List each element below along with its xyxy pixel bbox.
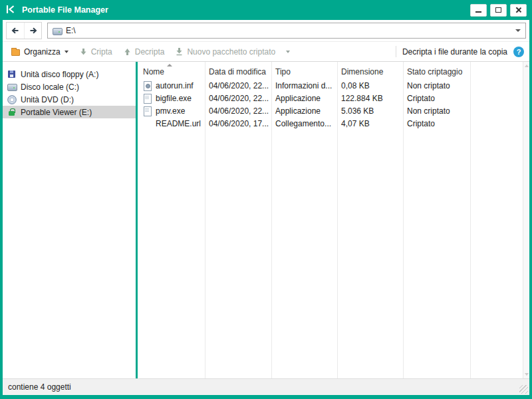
file-type: Informazioni d... xyxy=(271,79,337,92)
main-area: Unità disco floppy (A:) Disco locale (C:… xyxy=(3,62,529,378)
resize-grip-icon[interactable] xyxy=(519,385,528,394)
lock-icon xyxy=(7,108,16,116)
decrypt-label: Decripta xyxy=(135,47,165,57)
minimize-button[interactable] xyxy=(470,4,487,17)
titlebar: Portable File Manager xyxy=(3,0,529,20)
sidebar-item[interactable]: Disco locale (C:) xyxy=(3,80,136,93)
decrypt-arrow-icon xyxy=(124,48,131,56)
encrypt-arrow-icon xyxy=(80,48,87,56)
file-name: autorun.inf xyxy=(156,81,194,90)
toolbar-separator xyxy=(396,46,396,57)
file-modified: 04/06/2020, 22... xyxy=(205,79,271,92)
address-dropdown-icon[interactable] xyxy=(515,29,521,32)
decrypt-on-copy-label[interactable]: Decripta i file durante la copia xyxy=(402,47,507,57)
sidebar-item[interactable]: Unità disco floppy (A:) xyxy=(3,68,136,80)
dvd-icon xyxy=(7,95,16,104)
drive-tree: Unità disco floppy (A:) Disco locale (C:… xyxy=(3,62,136,378)
forward-button[interactable] xyxy=(24,23,41,39)
file-encryption-status: Criptato xyxy=(403,117,470,130)
encrypt-button[interactable]: Cripta xyxy=(76,45,116,59)
close-icon xyxy=(515,7,522,13)
local-disk-icon xyxy=(7,82,16,91)
file-modified: 04/06/2020, 22... xyxy=(205,92,271,104)
floppy-icon xyxy=(7,70,16,78)
column-divider xyxy=(337,62,338,378)
status-text: contiene 4 oggetti xyxy=(8,382,71,392)
status-bar: contiene 4 oggetti xyxy=(3,378,529,395)
file-list-pane: Nome Data di modifica Tipo Dimensione St… xyxy=(138,62,529,378)
organize-label: Organizza xyxy=(24,47,61,57)
organize-button[interactable]: Organizza xyxy=(8,45,72,59)
toolbar-right-group: Decripta i file durante la copia ? xyxy=(396,46,524,57)
scroll-down-icon[interactable] xyxy=(525,373,529,376)
file-type: Applicazione xyxy=(271,92,337,104)
column-divider xyxy=(403,62,404,378)
file-type: Collegamento... xyxy=(271,117,337,130)
file-type: Applicazione xyxy=(271,104,337,117)
new-package-dropdown-icon[interactable] xyxy=(286,51,290,53)
back-button[interactable] xyxy=(7,23,24,39)
organize-dropdown-icon xyxy=(65,51,68,53)
history-buttons xyxy=(6,22,42,39)
encrypt-label: Cripta xyxy=(91,47,112,57)
file-modified: 04/06/2020, 22... xyxy=(205,104,271,117)
address-bar[interactable]: E:\ xyxy=(47,23,526,39)
kaspersky-logo-icon xyxy=(5,4,16,17)
back-arrow-icon xyxy=(11,26,20,35)
forward-arrow-icon xyxy=(29,26,38,35)
decrypt-button[interactable]: Decripta xyxy=(120,45,168,59)
exe-file-icon xyxy=(143,94,152,102)
file-encryption-status: Non criptato xyxy=(403,79,470,92)
sidebar-item[interactable]: Unità DVD (D:) xyxy=(3,93,136,106)
column-divider xyxy=(271,62,272,378)
file-modified: 04/06/2020, 17... xyxy=(205,117,271,130)
portable-file-manager-window: Portable File Manager E:\ Organizza xyxy=(0,0,532,399)
file-name: README.url xyxy=(156,119,201,128)
file-encryption-status: Non criptato xyxy=(403,104,470,117)
window-controls xyxy=(470,4,527,17)
column-divider xyxy=(205,62,205,378)
file-size: 5.036 KB xyxy=(337,104,403,117)
sidebar-item-label: Unità DVD (D:) xyxy=(21,95,74,104)
window-title: Portable File Manager xyxy=(22,5,108,15)
navigation-bar: E:\ xyxy=(3,20,529,42)
file-name: bigfile.exe xyxy=(156,94,192,103)
new-encrypted-package-button[interactable]: Nuovo pacchetto criptato xyxy=(172,45,279,59)
sidebar-item-label: Disco locale (C:) xyxy=(21,82,79,92)
help-icon[interactable]: ? xyxy=(513,47,524,57)
new-encrypted-package-label: Nuovo pacchetto criptato xyxy=(187,47,275,57)
file-size: 122.884 KB xyxy=(337,92,403,104)
close-button[interactable] xyxy=(510,4,527,17)
column-header-modified[interactable]: Data di modifica xyxy=(205,62,271,79)
minimize-icon xyxy=(475,11,481,13)
list-header: Nome Data di modifica Tipo Dimensione St… xyxy=(138,62,529,79)
inf-file-icon xyxy=(143,81,152,90)
column-header-encryption[interactable]: Stato criptaggio xyxy=(403,62,470,79)
vertical-scrollbar[interactable] xyxy=(523,62,529,378)
file-size: 0,08 KB xyxy=(337,79,403,92)
column-header-size[interactable]: Dimensione xyxy=(337,62,403,79)
exe-file-icon xyxy=(143,106,152,115)
address-path: E:\ xyxy=(66,26,76,35)
sidebar-item[interactable]: Portable Viewer (E:) xyxy=(3,106,136,118)
maximize-icon xyxy=(495,7,501,13)
scroll-up-icon[interactable] xyxy=(525,65,529,67)
file-encryption-status: Criptato xyxy=(403,92,470,104)
maximize-button[interactable] xyxy=(490,4,507,17)
drive-icon xyxy=(53,27,61,35)
file-size: 4,07 KB xyxy=(337,117,403,130)
sidebar-item-label: Unità disco floppy (A:) xyxy=(21,70,98,79)
sort-ascending-icon xyxy=(167,64,172,66)
column-header-type[interactable]: Tipo xyxy=(271,62,337,79)
folder-icon xyxy=(11,49,20,56)
package-arrow-icon xyxy=(176,47,183,56)
no-icon xyxy=(143,119,152,128)
toolbar: Organizza Cripta Decripta Nuovo pacchett… xyxy=(3,42,529,62)
sidebar-item-label: Portable Viewer (E:) xyxy=(21,108,92,117)
file-name: pmv.exe xyxy=(156,106,185,116)
column-divider xyxy=(470,62,471,378)
